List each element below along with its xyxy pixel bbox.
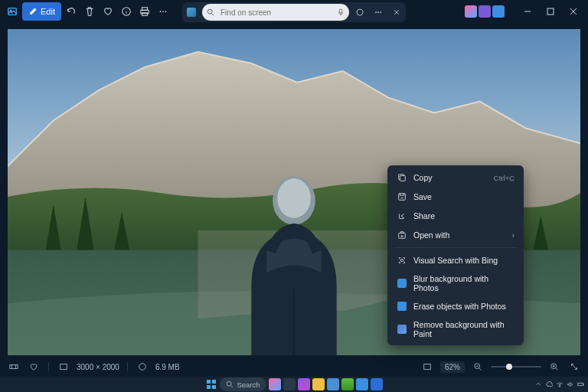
zoom-in-button[interactable] bbox=[547, 360, 561, 374]
svg-point-15 bbox=[380, 11, 381, 13]
dimensions-icon bbox=[57, 360, 70, 374]
taskbar-search[interactable]: Search bbox=[220, 377, 266, 391]
search-input[interactable] bbox=[219, 8, 332, 18]
copilot-icon[interactable] bbox=[465, 5, 477, 18]
favorite-button[interactable] bbox=[100, 3, 116, 20]
zoom-out-button[interactable] bbox=[471, 360, 485, 374]
ctx-save[interactable]: Save bbox=[390, 188, 521, 206]
ctx-copy[interactable]: Copy Ctrl+C bbox=[390, 168, 521, 187]
photos-icon bbox=[397, 278, 407, 289]
svg-rect-25 bbox=[60, 364, 67, 370]
visual-search-icon bbox=[397, 255, 407, 266]
ctx-open-with[interactable]: Open with › bbox=[390, 226, 521, 244]
print-button[interactable] bbox=[136, 3, 153, 20]
ctx-share-label: Share bbox=[413, 211, 435, 220]
svg-point-34 bbox=[227, 381, 232, 386]
system-tray[interactable] bbox=[534, 381, 585, 388]
svg-rect-32 bbox=[207, 385, 211, 389]
save-icon bbox=[397, 191, 407, 202]
filmstrip-button[interactable] bbox=[7, 360, 21, 374]
ctx-remove-bg[interactable]: Remove background with Paint bbox=[390, 316, 521, 342]
svg-point-7 bbox=[162, 11, 164, 12]
tray-chevron-icon[interactable] bbox=[534, 381, 542, 388]
svg-rect-5 bbox=[142, 13, 147, 16]
copilot-search-icon[interactable] bbox=[352, 5, 368, 20]
share-icon bbox=[397, 211, 407, 221]
task-edge[interactable] bbox=[356, 378, 368, 390]
svg-rect-36 bbox=[578, 383, 583, 385]
svg-point-6 bbox=[160, 11, 162, 12]
bing-icon bbox=[184, 5, 199, 20]
svg-rect-30 bbox=[207, 380, 211, 384]
task-app2[interactable] bbox=[327, 378, 339, 390]
svg-point-35 bbox=[559, 386, 560, 387]
fit-button[interactable] bbox=[420, 360, 434, 374]
copy-icon bbox=[397, 172, 407, 183]
open-with-icon bbox=[397, 230, 407, 240]
task-app3[interactable] bbox=[341, 378, 354, 390]
close-search-icon[interactable] bbox=[389, 5, 404, 20]
search-input-wrap[interactable] bbox=[202, 4, 349, 21]
app-icon bbox=[4, 3, 21, 20]
svg-point-13 bbox=[375, 11, 377, 13]
task-taskview[interactable] bbox=[283, 378, 296, 390]
more-search-icon[interactable] bbox=[371, 5, 386, 20]
ctx-blur-bg-label: Blur background with Photos bbox=[413, 274, 514, 292]
task-copilot[interactable] bbox=[269, 378, 281, 390]
ctx-save-label: Save bbox=[413, 192, 432, 201]
svg-point-26 bbox=[139, 364, 146, 371]
fullscreen-button[interactable] bbox=[567, 360, 581, 374]
ctx-erase[interactable]: Erase objects with Photos bbox=[390, 297, 521, 315]
maximize-button[interactable] bbox=[540, 4, 561, 19]
close-button[interactable] bbox=[563, 4, 584, 19]
ctx-share[interactable]: Share bbox=[390, 207, 521, 225]
svg-rect-33 bbox=[212, 385, 216, 389]
paint-icon bbox=[397, 324, 407, 335]
svg-point-23 bbox=[400, 259, 403, 261]
ctx-open-with-label: Open with bbox=[413, 230, 449, 240]
cloud-icon[interactable] bbox=[492, 5, 505, 18]
photos-app-window: Edit bbox=[0, 0, 588, 377]
delete-button[interactable] bbox=[81, 3, 98, 20]
task-explorer[interactable] bbox=[312, 378, 325, 390]
svg-rect-20 bbox=[400, 175, 405, 181]
zoom-percent[interactable]: 62% bbox=[440, 361, 465, 373]
ctx-blur-bg[interactable]: Blur background with Photos bbox=[390, 270, 521, 296]
edit-button[interactable]: Edit bbox=[22, 2, 61, 21]
tray-battery-icon[interactable] bbox=[577, 381, 585, 388]
rotate-button[interactable] bbox=[63, 3, 80, 20]
svg-point-10 bbox=[207, 9, 212, 14]
svg-rect-9 bbox=[547, 8, 554, 15]
task-app1[interactable] bbox=[298, 378, 310, 390]
minimize-button[interactable] bbox=[517, 4, 538, 19]
svg-point-8 bbox=[165, 11, 167, 12]
context-menu: Copy Ctrl+C Save Share Open with › Visua… bbox=[387, 165, 524, 345]
more-button[interactable] bbox=[155, 3, 172, 20]
svg-point-19 bbox=[277, 178, 311, 218]
ctx-copy-label: Copy bbox=[413, 173, 433, 182]
ctx-copy-shortcut: Ctrl+C bbox=[494, 174, 514, 182]
info-button[interactable] bbox=[118, 3, 135, 20]
task-photos[interactable] bbox=[371, 378, 383, 390]
photos-icon-2 bbox=[397, 301, 407, 312]
svg-point-12 bbox=[357, 9, 363, 15]
mic-icon[interactable] bbox=[337, 8, 345, 16]
tray-volume-icon[interactable] bbox=[567, 381, 574, 388]
heart-button[interactable] bbox=[27, 360, 41, 374]
taskbar-search-label: Search bbox=[237, 381, 260, 389]
dimensions-text: 3000 × 2000 bbox=[77, 363, 119, 371]
svg-rect-11 bbox=[339, 9, 341, 13]
ctx-visual-search-label: Visual Search with Bing bbox=[413, 256, 498, 265]
filesize-icon bbox=[136, 360, 149, 374]
search-icon bbox=[207, 8, 214, 16]
find-on-screen-bar bbox=[182, 2, 406, 22]
app-square-icon[interactable] bbox=[479, 5, 491, 18]
tray-cloud-icon[interactable] bbox=[545, 381, 553, 388]
svg-rect-31 bbox=[212, 380, 216, 384]
ctx-visual-search[interactable]: Visual Search with Bing bbox=[390, 251, 521, 270]
tray-wifi-icon[interactable] bbox=[556, 381, 564, 388]
ctx-divider bbox=[394, 247, 518, 248]
zoom-slider[interactable] bbox=[491, 366, 541, 368]
start-button[interactable] bbox=[205, 378, 217, 390]
ctx-remove-bg-label: Remove background with Paint bbox=[413, 320, 514, 338]
